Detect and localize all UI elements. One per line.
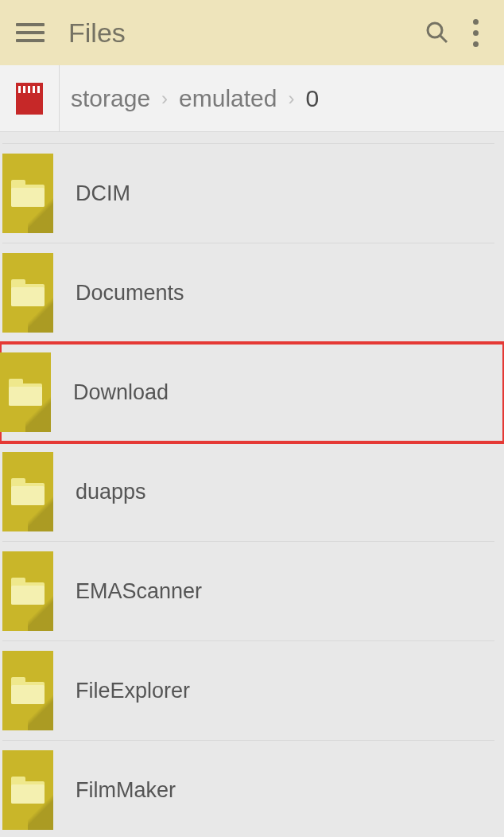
folder-name: EMAScanner	[76, 579, 202, 604]
folder-icon	[2, 551, 53, 631]
file-list: DCIM Documents Download	[0, 132, 504, 837]
storage-root-icon[interactable]	[0, 65, 60, 132]
list-item[interactable]: Documents	[2, 243, 494, 343]
list-item[interactable]: duapps	[2, 442, 494, 542]
folder-name: DCIM	[76, 181, 130, 206]
sd-card-icon	[16, 83, 43, 115]
folder-name: duapps	[76, 480, 146, 504]
list-item-partial[interactable]	[2, 132, 494, 144]
menu-icon[interactable]	[16, 18, 45, 47]
list-item[interactable]: DCIM	[2, 144, 494, 243]
svg-point-0	[428, 23, 442, 37]
folder-icon	[0, 352, 51, 432]
folder-icon	[2, 452, 53, 531]
breadcrumb: storage › emulated › 0	[0, 65, 504, 132]
folder-icon	[2, 750, 53, 830]
app-header: Files	[0, 0, 504, 65]
folder-name: FilmMaker	[76, 778, 176, 803]
list-item[interactable]: FilmMaker	[2, 741, 494, 837]
search-icon[interactable]	[418, 14, 456, 52]
more-icon[interactable]	[456, 14, 494, 52]
list-item[interactable]: FileExplorer	[2, 641, 494, 741]
folder-name: Download	[73, 380, 169, 405]
folder-icon	[2, 651, 53, 730]
list-item[interactable]: EMAScanner	[2, 542, 494, 641]
folder-icon	[2, 154, 53, 233]
list-item[interactable]: Download	[0, 343, 504, 442]
breadcrumb-item-emulated[interactable]: emulated	[168, 85, 288, 112]
chevron-right-icon: ›	[161, 88, 168, 110]
svg-line-1	[440, 36, 447, 42]
folder-name: Documents	[76, 281, 184, 306]
app-title: Files	[68, 18, 418, 49]
folder-icon	[2, 253, 53, 333]
folder-name: FileExplorer	[76, 679, 190, 703]
breadcrumb-item-current[interactable]: 0	[295, 85, 331, 112]
breadcrumb-item-storage[interactable]: storage	[60, 85, 161, 112]
chevron-right-icon: ›	[289, 88, 295, 110]
